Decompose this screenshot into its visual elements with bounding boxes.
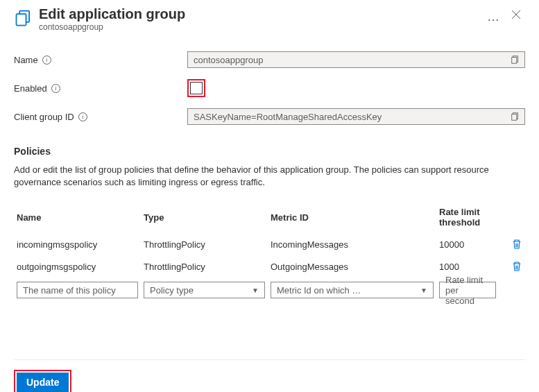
new-policy-type-select[interactable]: Policy type ▼ <box>144 282 265 298</box>
info-icon[interactable]: i <box>78 112 87 121</box>
info-icon[interactable]: i <box>51 84 60 93</box>
trash-icon[interactable] <box>511 261 522 272</box>
policy-type: ThrottlingPolicy <box>144 262 265 272</box>
new-policy-threshold-input[interactable]: Rate limit per second <box>439 282 496 298</box>
client-group-id-field: SASKeyName=RootManageSharedAccessKey <box>187 108 525 125</box>
copy-icon[interactable] <box>511 55 520 65</box>
table-row: incomingmsgspolicy ThrottlingPolicy Inco… <box>14 233 525 255</box>
policy-metric: IncomingMessages <box>271 239 434 250</box>
col-threshold: Rate limit threshold <box>439 207 496 228</box>
policy-metric: OutgoingMessages <box>271 262 434 272</box>
svg-rect-5 <box>512 114 517 121</box>
new-policy-metric-select[interactable]: Metric Id on which … ▼ <box>271 282 434 298</box>
chevron-down-icon: ▼ <box>252 287 259 294</box>
update-highlight: Update <box>14 370 71 392</box>
enabled-checkbox[interactable] <box>190 82 203 94</box>
col-type: Type <box>144 212 265 223</box>
name-value: contosoappgroup <box>194 55 263 65</box>
name-field: contosoappgroup <box>187 51 525 68</box>
svg-rect-3 <box>512 58 517 64</box>
policy-name: outgoingmsgspolicy <box>17 262 138 272</box>
col-metric: Metric ID <box>271 212 434 223</box>
footer: Update <box>14 359 525 392</box>
page-title: Edit application group <box>39 6 480 22</box>
policy-threshold: 1000 <box>439 262 496 272</box>
svg-rect-1 <box>17 14 26 25</box>
name-label: Name i <box>14 55 187 65</box>
copy-icon[interactable] <box>511 112 520 121</box>
chevron-down-icon: ▼ <box>420 287 427 294</box>
col-name: Name <box>17 212 138 223</box>
update-button[interactable]: Update <box>17 373 69 392</box>
client-group-id-value: SASKeyName=RootManageSharedAccessKey <box>194 112 382 122</box>
policy-name: incomingmsgspolicy <box>17 239 138 250</box>
page-subtitle: contosoappgroup <box>39 22 480 32</box>
app-group-icon <box>14 8 33 28</box>
info-icon[interactable]: i <box>42 56 51 65</box>
panel-header: Edit application group contosoappgroup … <box>14 0 525 32</box>
enabled-label: Enabled i <box>14 83 187 94</box>
enabled-highlight <box>187 79 205 97</box>
close-icon <box>511 10 521 19</box>
close-button[interactable] <box>507 6 525 26</box>
trash-icon[interactable] <box>511 239 522 250</box>
policies-table: Name Type Metric ID Rate limit threshold… <box>14 201 525 304</box>
new-policy-name-input[interactable]: The name of this policy <box>17 282 138 298</box>
policy-threshold: 10000 <box>439 239 496 250</box>
policies-description: Add or edit the list of group policies t… <box>14 164 499 189</box>
policies-title: Policies <box>14 146 525 157</box>
more-button[interactable]: … <box>480 6 507 28</box>
policy-type: ThrottlingPolicy <box>144 239 265 250</box>
client-group-id-label: Client group ID i <box>14 112 187 122</box>
